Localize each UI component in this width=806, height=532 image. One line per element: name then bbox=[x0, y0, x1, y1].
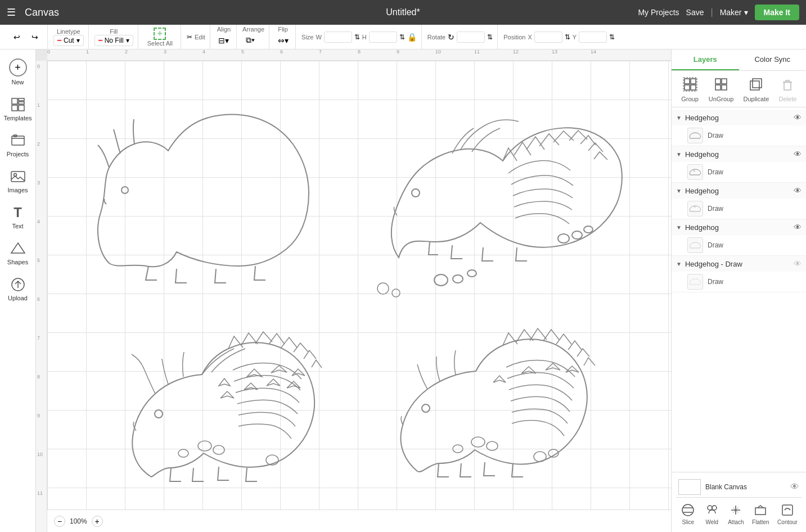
edit-button[interactable]: ✂ Edit bbox=[187, 33, 205, 41]
layer-group-1: ▼ Hedgehog 👁 Draw bbox=[672, 110, 806, 146]
contour-button[interactable]: Contour bbox=[777, 502, 798, 525]
layer-thumb-3 bbox=[687, 201, 703, 217]
layer-header-4[interactable]: ▼ Hedgehog 👁 bbox=[672, 219, 806, 235]
layer-item-label-3: Draw bbox=[708, 205, 723, 213]
attach-button[interactable]: Attach bbox=[728, 502, 744, 525]
layer-group-5: ▼ Hedgehog - Draw 👁 Draw bbox=[672, 256, 806, 292]
blank-canvas-eye[interactable]: 👁 bbox=[790, 482, 799, 492]
svg-point-33 bbox=[392, 289, 400, 297]
redo-button[interactable]: ↪ bbox=[27, 29, 43, 45]
panel-actions: Group UnGroup Duplicate Delete bbox=[672, 71, 806, 107]
undo-button[interactable]: ↩ bbox=[9, 29, 25, 45]
select-all-button[interactable]: ✛ Select All bbox=[144, 28, 176, 47]
text-icon: T bbox=[10, 205, 26, 220]
layer-header-5[interactable]: ▼ Hedgehog - Draw 👁 bbox=[672, 256, 806, 272]
layer-thumb-2 bbox=[687, 164, 703, 180]
svg-rect-38 bbox=[683, 78, 697, 91]
layer-item-2[interactable]: Draw bbox=[672, 162, 806, 182]
height-label: H bbox=[362, 34, 367, 40]
duplicate-button[interactable]: Duplicate bbox=[743, 75, 769, 102]
sidebar-item-new[interactable]: + New bbox=[2, 54, 34, 90]
width-input[interactable] bbox=[324, 31, 352, 43]
sidebar-item-images[interactable]: Images bbox=[2, 164, 34, 198]
layer-eye-5[interactable]: 👁 bbox=[794, 259, 802, 268]
zoom-level: 100% bbox=[70, 517, 87, 525]
weld-button[interactable]: Weld bbox=[704, 502, 720, 525]
small-circles bbox=[376, 277, 404, 300]
x-input[interactable] bbox=[534, 31, 562, 43]
flatten-label: Flatten bbox=[752, 519, 769, 525]
hedgehog-topleft bbox=[92, 94, 385, 314]
attach-icon bbox=[728, 502, 744, 518]
sidebar-item-text[interactable]: T Text bbox=[2, 200, 34, 234]
layer-chevron-2[interactable]: ▼ bbox=[676, 151, 682, 157]
sidebar-item-shapes[interactable]: Shapes bbox=[2, 236, 34, 270]
tab-color-sync[interactable]: Color Sync bbox=[739, 49, 807, 70]
sidebar-item-templates[interactable]: Templates bbox=[2, 92, 34, 126]
layer-name-3: Hedgehog bbox=[685, 187, 790, 195]
align-button[interactable]: ⊟▾ bbox=[216, 33, 232, 48]
sidebar-item-upload[interactable]: Upload bbox=[2, 272, 34, 306]
height-input[interactable] bbox=[369, 31, 397, 43]
layer-chevron-1[interactable]: ▼ bbox=[676, 115, 682, 121]
layer-eye-1[interactable]: 👁 bbox=[794, 113, 802, 122]
slice-icon bbox=[680, 502, 696, 518]
ungroup-icon bbox=[712, 75, 730, 93]
canvas-area[interactable]: 0 1 2 3 4 5 6 7 8 9 10 11 12 13 14 0 1 2… bbox=[36, 49, 671, 532]
layer-header-2[interactable]: ▼ Hedgehog 👁 bbox=[672, 146, 806, 162]
layer-eye-3[interactable]: 👁 bbox=[794, 186, 802, 195]
svg-rect-4 bbox=[19, 105, 24, 111]
layer-chevron-4[interactable]: ▼ bbox=[676, 224, 682, 231]
flip-group: Flip ⇔▾ bbox=[271, 25, 296, 49]
layer-header-1[interactable]: ▼ Hedgehog 👁 bbox=[672, 110, 806, 125]
layer-item-3[interactable]: Draw bbox=[672, 199, 806, 219]
layer-chevron-5[interactable]: ▼ bbox=[676, 261, 682, 267]
layer-name-2: Hedgehog bbox=[685, 150, 790, 159]
layer-header-3[interactable]: ▼ Hedgehog 👁 bbox=[672, 183, 806, 199]
layer-eye-4[interactable]: 👁 bbox=[794, 223, 802, 232]
make-it-button[interactable]: Make It bbox=[755, 4, 799, 20]
rotate-label: Rotate bbox=[427, 34, 445, 40]
rotate-input[interactable] bbox=[457, 31, 485, 43]
arrange-button[interactable]: ⧉▾ bbox=[242, 33, 258, 48]
canvas-grid[interactable] bbox=[47, 61, 671, 510]
layer-item-label-2: Draw bbox=[708, 168, 723, 176]
slice-button[interactable]: Slice bbox=[680, 502, 696, 525]
align-group: Align ⊟▾ bbox=[211, 25, 237, 49]
tab-layers[interactable]: Layers bbox=[672, 49, 739, 70]
layer-thumb-1 bbox=[687, 128, 703, 143]
ungroup-button[interactable]: UnGroup bbox=[709, 75, 734, 102]
flatten-button[interactable]: Flatten bbox=[752, 502, 769, 525]
fill-select[interactable]: ━ No Fill ▾ bbox=[94, 35, 133, 46]
doc-title: Untitled* bbox=[386, 7, 420, 17]
flip-label: Flip bbox=[275, 26, 291, 33]
zoom-in-button[interactable]: + bbox=[92, 516, 103, 527]
flip-button[interactable]: ⇔▾ bbox=[275, 33, 291, 48]
svg-point-14 bbox=[412, 189, 420, 197]
zoom-out-button[interactable]: − bbox=[54, 516, 65, 527]
linetype-select[interactable]: ━ Cut ▾ bbox=[53, 35, 84, 46]
menu-icon[interactable]: ☰ bbox=[7, 6, 16, 19]
my-projects-button[interactable]: My Projects bbox=[638, 8, 679, 17]
upload-icon bbox=[10, 277, 26, 292]
svg-rect-35 bbox=[691, 79, 696, 84]
save-button[interactable]: Save bbox=[686, 8, 704, 17]
layer-item-5[interactable]: Draw bbox=[672, 272, 806, 292]
y-input[interactable] bbox=[579, 31, 607, 43]
layer-item-1[interactable]: Draw bbox=[672, 125, 806, 146]
layer-eye-2[interactable]: 👁 bbox=[794, 150, 802, 159]
svg-marker-9 bbox=[11, 243, 25, 253]
projects-icon bbox=[10, 133, 26, 148]
group-button[interactable]: Group bbox=[681, 75, 699, 102]
delete-button[interactable]: Delete bbox=[778, 75, 796, 102]
layer-item-4[interactable]: Draw bbox=[672, 235, 806, 255]
main-layout: + New Templates Projects Images T Text bbox=[0, 49, 806, 532]
svg-rect-41 bbox=[715, 85, 721, 90]
maker-select[interactable]: Maker ▾ bbox=[720, 8, 748, 17]
position-group: Position X ⇅ Y ⇅ bbox=[499, 25, 619, 49]
layer-thumb-5 bbox=[687, 274, 703, 290]
sidebar-item-projects[interactable]: Projects bbox=[2, 128, 34, 162]
sidebar-shapes-label: Shapes bbox=[7, 259, 28, 265]
layer-chevron-3[interactable]: ▼ bbox=[676, 188, 682, 194]
blank-canvas-row[interactable]: Blank Canvas 👁 bbox=[676, 477, 802, 497]
